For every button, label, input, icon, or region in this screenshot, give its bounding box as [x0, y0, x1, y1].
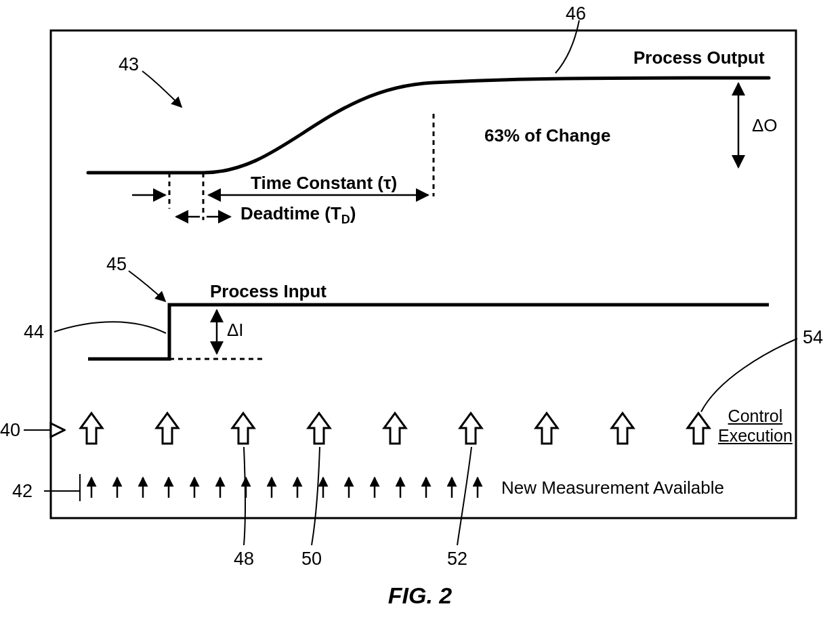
callout-40: 40	[0, 420, 20, 441]
control-exec-l1: Control	[728, 406, 783, 425]
delta-o-label: ΔO	[752, 115, 778, 136]
pct-change-label: 63% of Change	[484, 125, 610, 146]
figure-caption: FIG. 2	[0, 582, 840, 609]
figure-svg	[0, 0, 840, 619]
deadtime-label: Deadtime (TD)	[240, 203, 356, 227]
callout-48: 48	[234, 549, 254, 570]
new-measurement-arrows	[91, 477, 478, 498]
deadtime-suffix: )	[350, 203, 356, 223]
delta-i-label: ΔI	[227, 320, 244, 341]
process-output-curve	[88, 78, 769, 173]
process-output-label: Process Output	[633, 47, 765, 68]
callout-54: 54	[803, 327, 823, 348]
callout-42: 42	[12, 481, 33, 502]
deadtime-prefix: Deadtime (T	[240, 203, 341, 223]
deadtime-sub: D	[341, 213, 350, 226]
new-measurement-label: New Measurement Available	[501, 477, 724, 498]
callout-43: 43	[119, 54, 139, 75]
control-execution-label: Control Execution	[718, 406, 793, 446]
callout-leaders	[24, 20, 797, 545]
callout-50: 50	[301, 549, 322, 570]
figure-stage: Process Output 63% of Change ΔO Time Con…	[0, 0, 840, 619]
callout-44: 44	[24, 322, 44, 343]
process-input-step	[88, 305, 769, 359]
control-exec-l2: Execution	[718, 426, 793, 445]
callout-52: 52	[447, 549, 467, 570]
process-input-label: Process Input	[210, 281, 327, 302]
control-exec-arrows	[81, 413, 709, 444]
callout-46: 46	[566, 3, 586, 24]
callout-45: 45	[106, 254, 127, 275]
diagram-border	[51, 30, 796, 518]
time-constant-label: Time Constant (τ)	[251, 173, 397, 194]
